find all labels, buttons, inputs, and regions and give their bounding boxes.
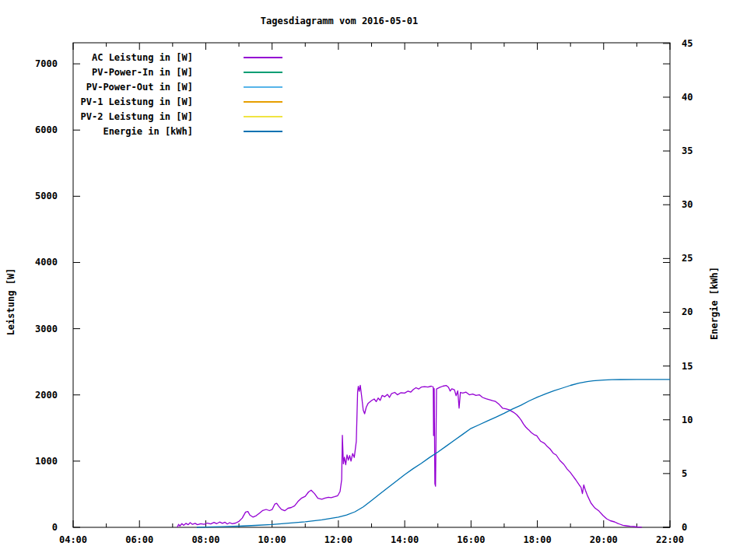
y-right-tick-label: 5 bbox=[682, 467, 713, 480]
y-right-tick-label: 25 bbox=[682, 252, 713, 264]
curve-ac-leistung-in-w bbox=[177, 385, 642, 527]
y-right-tick-label: 35 bbox=[682, 145, 713, 157]
x-tick-label: 16:00 bbox=[447, 534, 494, 546]
x-tick-label: 04:00 bbox=[50, 534, 96, 546]
y-left-tick-label: 3000 bbox=[11, 323, 58, 335]
x-tick-label: 20:00 bbox=[580, 534, 627, 546]
tagesdiagramm-chart: Tagesdiagramm vom 2016-05-01 Leistung [W… bbox=[0, 0, 747, 560]
plot-area bbox=[0, 0, 747, 560]
x-tick-label: 10:00 bbox=[249, 534, 296, 546]
y-right-tick-label: 45 bbox=[682, 37, 713, 50]
x-tick-label: 18:00 bbox=[514, 534, 561, 546]
x-tick-label: 14:00 bbox=[381, 534, 428, 546]
y-left-tick-label: 2000 bbox=[11, 389, 58, 401]
y-left-tick-label: 7000 bbox=[11, 58, 58, 70]
y-left-tick-label: 6000 bbox=[11, 124, 58, 136]
y-right-tick-label: 15 bbox=[682, 360, 713, 373]
plot-border bbox=[73, 43, 670, 527]
y-left-tick-label: 4000 bbox=[11, 256, 58, 268]
x-tick-label: 12:00 bbox=[315, 534, 362, 546]
y-left-tick-label: 5000 bbox=[11, 190, 58, 202]
y-right-tick-label: 30 bbox=[682, 198, 713, 211]
y-right-tick-label: 40 bbox=[682, 91, 713, 103]
x-tick-label: 22:00 bbox=[647, 534, 693, 546]
y-left-tick-label: 1000 bbox=[11, 455, 58, 467]
x-tick-label: 08:00 bbox=[182, 534, 229, 546]
x-tick-label: 06:00 bbox=[116, 534, 163, 546]
y-right-tick-label: 20 bbox=[682, 306, 713, 318]
y-left-tick-label: 0 bbox=[11, 521, 58, 534]
y-right-tick-label: 10 bbox=[682, 414, 713, 426]
y-right-tick-label: 0 bbox=[682, 521, 713, 534]
